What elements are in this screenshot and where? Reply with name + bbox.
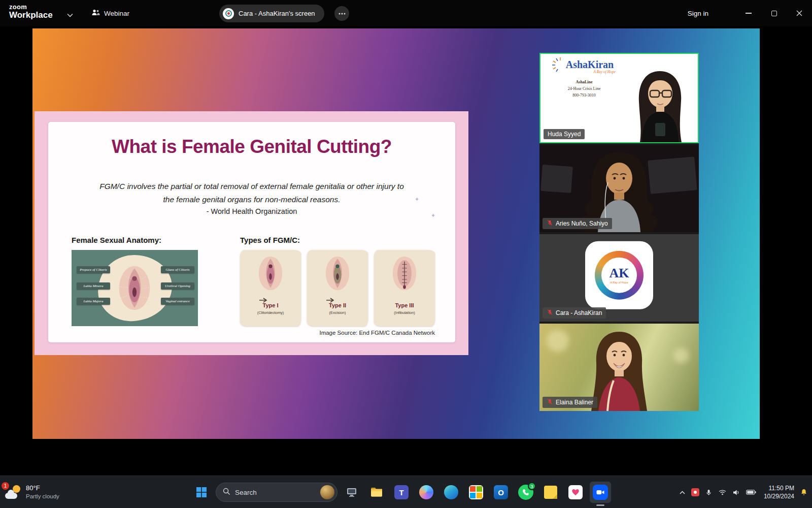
whatsapp-icon[interactable]: 3 xyxy=(515,482,536,503)
taskbar-center: Search T O xyxy=(191,476,611,508)
type-panel-1: Type I (Clitoridectomy) xyxy=(240,250,301,326)
ashakiran-logo: AshaKiran A Ray of Hope AshaLine 24-Hour… xyxy=(546,59,623,99)
window-controls xyxy=(736,0,812,26)
sticky-notes-icon[interactable] xyxy=(540,482,561,503)
outlook-icon[interactable]: O xyxy=(490,482,512,503)
anatomy-heading: Female Sexual Anatomy: xyxy=(72,236,161,244)
mic-muted-icon xyxy=(547,398,553,406)
anatomy-label: Labia Majora xyxy=(77,298,110,305)
notification-bell-icon[interactable] xyxy=(800,488,808,496)
clock-date: 10/29/2024 xyxy=(764,492,794,500)
type-subtitle: (Clitoridectomy) xyxy=(240,310,301,315)
zoom-logo-text: zoom xyxy=(9,4,53,11)
edge-browser-icon[interactable] xyxy=(441,482,462,503)
video-tile-aries-nuno[interactable]: Aries Nuño, Sahiyo xyxy=(539,145,699,232)
teams-icon[interactable]: T xyxy=(391,482,412,503)
anatomy-illustration xyxy=(117,263,152,313)
slide-definition: FGM/C involves the partial or total remo… xyxy=(48,180,455,206)
start-button[interactable] xyxy=(191,482,212,503)
participant-name-tag: Huda Syyed xyxy=(544,129,585,139)
ak-badge-letters: AK xyxy=(610,267,629,280)
weather-widget[interactable]: 1 80°F Partly cloudy xyxy=(5,476,59,508)
wifi-icon[interactable] xyxy=(718,489,727,496)
taskbar-clock[interactable]: 11:50 PM 10/29/2024 xyxy=(764,484,794,500)
type-panel-3: Type III (Infibulation) xyxy=(374,250,435,326)
weather-alert-badge: 1 xyxy=(2,482,9,490)
webinar-tab[interactable]: Webinar xyxy=(91,0,129,26)
participant-video-huda xyxy=(622,62,698,142)
anatomy-label: Urethral Opening xyxy=(161,282,194,290)
video-tile-huda-syyed[interactable]: AshaKiran A Ray of Hope AshaLine 24-Hour… xyxy=(539,53,699,143)
type-subtitle: (Excision) xyxy=(307,310,368,315)
battery-icon[interactable] xyxy=(746,489,756,495)
participant-name: Elaina Baliner xyxy=(556,399,593,406)
search-highlight-image[interactable] xyxy=(320,485,334,499)
maximize-button[interactable] xyxy=(761,0,787,26)
participant-name: Aries Nuño, Sahiyo xyxy=(556,220,608,227)
type-name: Type I xyxy=(240,302,301,308)
heart-app-icon[interactable] xyxy=(565,482,586,503)
type-subtitle: (Infibulation) xyxy=(374,310,435,315)
close-button[interactable] xyxy=(787,0,812,26)
background-light xyxy=(547,330,569,352)
who-attribution: - World Health Organization xyxy=(48,207,455,215)
mic-muted-icon xyxy=(547,219,553,228)
slide-inner-card: What is Female Genital Cutting? FGM/C in… xyxy=(48,122,455,342)
crisis-line-phone: 800-793-3010 xyxy=(546,92,623,99)
ashakiran-brand-text: AshaKiran xyxy=(566,59,614,70)
anatomy-diagram: Prepuce of Clitoris Labia Minora Labia M… xyxy=(72,250,198,326)
microsoft-store-icon[interactable] xyxy=(465,482,487,503)
participant-name: Cara - AshaKiran xyxy=(556,309,602,316)
zoom-workplace-logo: zoom Workplace xyxy=(9,4,53,20)
weather-condition: Partly cloudy xyxy=(26,493,59,501)
chevron-down-icon[interactable] xyxy=(67,10,73,19)
volume-icon[interactable] xyxy=(732,489,740,496)
crisis-line-text: 24-Hour Crisis Line xyxy=(546,85,623,92)
more-options-button[interactable] xyxy=(334,6,349,21)
background-light xyxy=(673,348,689,363)
video-tile-elaina-baliner[interactable]: Elaina Baliner xyxy=(539,324,699,411)
ashaline-contact-info: AshaLine 24-Hour Crisis Line 800-793-301… xyxy=(546,79,623,99)
microphone-tray-icon[interactable] xyxy=(705,489,713,496)
type-name: Type III xyxy=(374,302,435,308)
type-panel-2: Type II (Excision) xyxy=(307,250,368,326)
anatomy-label: Labia Minora xyxy=(77,282,110,290)
presentation-slide: What is Female Genital Cutting? FGM/C in… xyxy=(35,111,468,355)
ashaline-name: AshaLine xyxy=(546,79,623,85)
sparkle-icon: ✦ xyxy=(431,212,435,219)
desktop-window-icon[interactable] xyxy=(341,482,362,503)
sign-in-button[interactable]: Sign in xyxy=(688,0,708,26)
type-3-illustration xyxy=(390,254,419,293)
participant-name-tag: Cara - AshaKiran xyxy=(543,307,606,319)
recording-tray-icon[interactable] xyxy=(691,488,699,496)
image-source-credit: Image Source: End FGM/C Canada Network xyxy=(319,330,435,336)
search-icon xyxy=(223,488,230,497)
partly-cloudy-icon: 1 xyxy=(5,485,21,500)
copilot-icon[interactable] xyxy=(416,482,437,503)
chevron-up-icon[interactable] xyxy=(679,490,686,495)
minimize-button[interactable] xyxy=(736,0,761,26)
file-explorer-icon[interactable] xyxy=(366,482,387,503)
system-tray: 11:50 PM 10/29/2024 xyxy=(679,476,808,508)
windows-taskbar: 1 80°F Partly cloudy Search xyxy=(0,475,812,508)
ak-badge-ring: AK A Ray of Hope xyxy=(595,251,644,300)
fgm-types-diagram: Type I (Clitoridectomy) xyxy=(240,250,435,326)
search-box[interactable]: Search xyxy=(216,483,337,502)
anatomy-label: Prepuce of Clitoris xyxy=(77,266,110,273)
whatsapp-badge: 3 xyxy=(528,482,536,490)
types-heading: Types of FGM/C: xyxy=(240,236,300,244)
sparkle-icon: ✦ xyxy=(415,196,419,203)
zoom-app-icon[interactable] xyxy=(590,482,611,503)
search-placeholder: Search xyxy=(235,489,316,496)
participant-name-tag: Elaina Baliner xyxy=(543,397,597,408)
shared-screen-tab-label: Cara - AshaKiran's screen xyxy=(239,10,315,17)
slide-title: What is Female Genital Cutting? xyxy=(48,136,455,157)
video-tile-cara-ashakiran[interactable]: AK A Ray of Hope Cara - AshaKiran xyxy=(539,234,699,322)
anatomy-label: Glans of Clitoris xyxy=(161,266,194,273)
participant-video-panel: AshaKiran A Ray of Hope AshaLine 24-Hour… xyxy=(539,53,699,411)
clock-time: 11:50 PM xyxy=(764,484,794,492)
shared-screen-tab[interactable]: Cara - AshaKiran's screen xyxy=(219,5,324,22)
anatomy-label: Vaginal entrance xyxy=(161,298,194,305)
webinar-people-icon xyxy=(91,9,100,18)
definition-line-2: the female genital organs for non-medica… xyxy=(48,193,455,206)
